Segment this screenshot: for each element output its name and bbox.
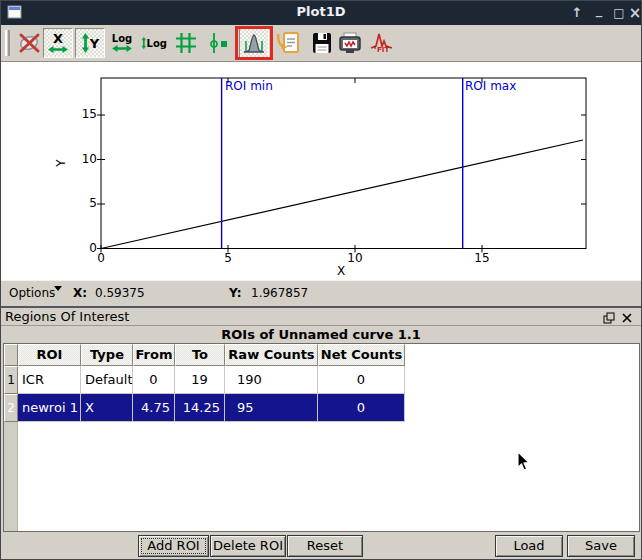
delete-roi-button[interactable]: Delete ROI bbox=[210, 535, 286, 557]
toolbar: X Y Log Log bbox=[1, 25, 641, 62]
mouse-cursor bbox=[517, 451, 531, 476]
column-header-to[interactable]: To bbox=[175, 344, 225, 366]
dock-close-button[interactable] bbox=[620, 311, 634, 324]
column-header-raw-counts[interactable]: Raw Counts bbox=[225, 344, 318, 366]
line-points-icon bbox=[205, 30, 231, 56]
cell-roi[interactable]: ICR bbox=[18, 366, 81, 394]
close-icon bbox=[622, 313, 632, 323]
floppy-disk-icon bbox=[309, 30, 335, 56]
y-position-label: Y: bbox=[229, 286, 241, 300]
column-header-roi[interactable]: ROI bbox=[18, 344, 81, 366]
x-tick-15: 15 bbox=[472, 251, 492, 265]
cell-raw-counts[interactable]: 95 bbox=[225, 394, 318, 422]
row-header[interactable]: 2 bbox=[4, 394, 18, 422]
row-header[interactable]: 1 bbox=[4, 366, 18, 394]
shade-button[interactable]: ↑ bbox=[569, 3, 585, 23]
roi-highlight-box bbox=[235, 26, 273, 60]
y-tick-5: 5 bbox=[69, 196, 97, 210]
y-axis-label: Y bbox=[54, 159, 68, 166]
horizontal-arrow-icon bbox=[111, 44, 133, 53]
column-header-type[interactable]: Type bbox=[81, 344, 133, 366]
x-position-value: 0.59375 bbox=[95, 286, 145, 300]
save-plot-button[interactable] bbox=[309, 30, 335, 56]
x-log-button[interactable]: Log bbox=[109, 30, 135, 56]
load-button[interactable]: Load bbox=[495, 535, 563, 557]
roi-max-label[interactable]: ROI max bbox=[465, 79, 516, 93]
cell-to[interactable]: 14.25 bbox=[175, 394, 225, 422]
grid-button[interactable] bbox=[173, 30, 199, 56]
options-menu-button[interactable]: Options bbox=[9, 286, 55, 300]
plot1d-window: Plot1D ↑ _ □ × X Y Log bbox=[0, 0, 642, 560]
toolbar-handle[interactable] bbox=[5, 30, 10, 56]
table-row[interactable]: 1 ICR Default 0 19 190 0 bbox=[4, 366, 405, 394]
print-preview-button[interactable] bbox=[337, 30, 363, 56]
y-log-button[interactable]: Log bbox=[141, 30, 167, 56]
plot-svg bbox=[1, 62, 642, 280]
cell-type[interactable]: Default bbox=[81, 366, 133, 394]
x-tick-10: 10 bbox=[345, 251, 365, 265]
table-header-row: ROI Type From To Raw Counts Net Counts bbox=[4, 344, 405, 366]
plot-canvas[interactable]: 0 5 10 15 0 5 10 15 X Y ROI min ROI max bbox=[1, 62, 641, 280]
fit-label: FIT bbox=[377, 46, 389, 54]
dock-float-button[interactable] bbox=[602, 311, 616, 324]
reset-button[interactable]: Reset bbox=[287, 535, 363, 557]
save-button[interactable]: Save bbox=[567, 535, 635, 557]
column-header-net-counts[interactable]: Net Counts bbox=[318, 344, 405, 366]
roi-dock-title: Regions Of Interest bbox=[5, 309, 129, 324]
cell-type[interactable]: X bbox=[81, 394, 133, 422]
roi-button-bar: Add ROI Delete ROI Reset Load Save bbox=[1, 532, 641, 560]
y-log-label: Log bbox=[147, 38, 167, 49]
y-tick-15: 15 bbox=[69, 107, 97, 121]
table-row-selected[interactable]: 2 newroi 1 X 4.75 14.25 95 0 bbox=[4, 394, 405, 422]
y-autoscale-label: Y bbox=[90, 37, 99, 50]
x-autoscale-label: X bbox=[53, 32, 63, 45]
roi-dock-titlebar[interactable]: Regions Of Interest bbox=[1, 308, 641, 326]
x-autoscale-button[interactable]: X bbox=[43, 28, 73, 58]
horizontal-arrow-icon bbox=[47, 45, 69, 54]
float-window-icon bbox=[603, 312, 615, 324]
roi-table[interactable]: ROI Type From To Raw Counts Net Counts 1… bbox=[3, 343, 640, 532]
clipboard-icon bbox=[275, 30, 301, 56]
x-position-label: X: bbox=[73, 286, 87, 300]
zoom-reset-button[interactable] bbox=[17, 30, 43, 56]
cell-from[interactable]: 4.75 bbox=[133, 394, 175, 422]
cell-raw-counts[interactable]: 190 bbox=[225, 366, 318, 394]
add-roi-button[interactable]: Add ROI bbox=[138, 535, 209, 557]
chevron-down-icon bbox=[54, 286, 62, 291]
magnifier-x-icon bbox=[17, 30, 43, 56]
table-corner-cell[interactable] bbox=[4, 344, 18, 366]
vertical-header-area bbox=[4, 422, 18, 531]
printer-icon bbox=[337, 30, 363, 56]
curve-line bbox=[101, 140, 583, 249]
roi-min-label[interactable]: ROI min bbox=[225, 79, 273, 93]
y-tick-10: 10 bbox=[69, 152, 97, 166]
x-axis-label: X bbox=[337, 264, 345, 278]
fit-button[interactable]: FIT bbox=[369, 30, 395, 56]
y-tick-0: 0 bbox=[69, 241, 97, 255]
vertical-arrow-icon bbox=[81, 32, 90, 54]
close-button[interactable]: × bbox=[627, 3, 642, 23]
column-header-from[interactable]: From bbox=[133, 344, 175, 366]
roi-curve-header: ROIs of Unnamed curve 1.1 bbox=[1, 327, 641, 343]
cell-roi[interactable]: newroi 1 bbox=[18, 394, 81, 422]
window-title: Plot1D bbox=[1, 4, 641, 19]
cell-from[interactable]: 0 bbox=[133, 366, 175, 394]
x-log-label: Log bbox=[112, 33, 132, 44]
title-bar: Plot1D ↑ _ □ × bbox=[1, 1, 641, 25]
cell-to[interactable]: 19 bbox=[175, 366, 225, 394]
copy-clipboard-button[interactable] bbox=[275, 30, 301, 56]
cell-net-counts[interactable]: 0 bbox=[318, 394, 405, 422]
y-position-value: 1.967857 bbox=[251, 286, 308, 300]
status-bar: Options X: 0.59375 Y: 1.967857 bbox=[1, 280, 641, 306]
maximize-button[interactable]: □ bbox=[611, 3, 627, 23]
points-toggle-button[interactable] bbox=[205, 30, 231, 56]
grid-icon bbox=[173, 30, 199, 56]
minimize-button[interactable]: _ bbox=[591, 3, 607, 23]
x-tick-5: 5 bbox=[218, 251, 238, 265]
y-autoscale-button[interactable]: Y bbox=[75, 28, 105, 58]
cell-net-counts[interactable]: 0 bbox=[318, 366, 405, 394]
